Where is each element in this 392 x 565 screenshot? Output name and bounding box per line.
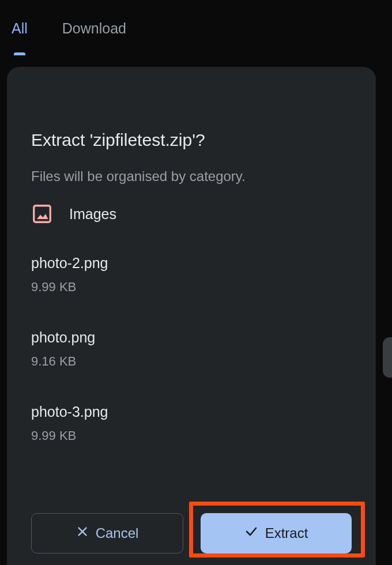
extract-label: Extract [265, 525, 308, 541]
file-name: photo.png [31, 329, 352, 346]
dialog-subtitle: Files will be organised by category. [31, 168, 352, 184]
file-size: 9.99 KB [31, 428, 352, 443]
background-sliver [383, 337, 392, 378]
close-icon [76, 525, 89, 541]
category-header: Images [31, 203, 352, 225]
dialog-actions: Cancel Extract [31, 513, 352, 553]
file-name: photo-3.png [31, 404, 352, 420]
extract-button[interactable]: Extract [201, 513, 352, 553]
tab-bar: All Download [0, 0, 392, 48]
file-size: 9.16 KB [31, 354, 352, 369]
file-name: photo-2.png [31, 255, 352, 272]
list-item: photo-2.png 9.99 KB [31, 255, 352, 295]
cancel-label: Cancel [96, 525, 139, 541]
tab-all[interactable]: All [12, 20, 28, 48]
check-icon [244, 525, 258, 542]
image-icon [31, 203, 53, 225]
list-item: photo.png 9.16 KB [31, 329, 352, 369]
cancel-button[interactable]: Cancel [31, 513, 183, 553]
extract-dialog: Extract 'zipfiletest.zip'? Files will be… [7, 67, 376, 565]
file-size: 9.99 KB [31, 280, 352, 295]
list-item: photo-3.png 9.99 KB [31, 404, 352, 443]
tab-download[interactable]: Download [62, 20, 126, 48]
category-label: Images [69, 206, 116, 223]
svg-rect-0 [34, 206, 51, 223]
dialog-title: Extract 'zipfiletest.zip'? [31, 130, 352, 150]
